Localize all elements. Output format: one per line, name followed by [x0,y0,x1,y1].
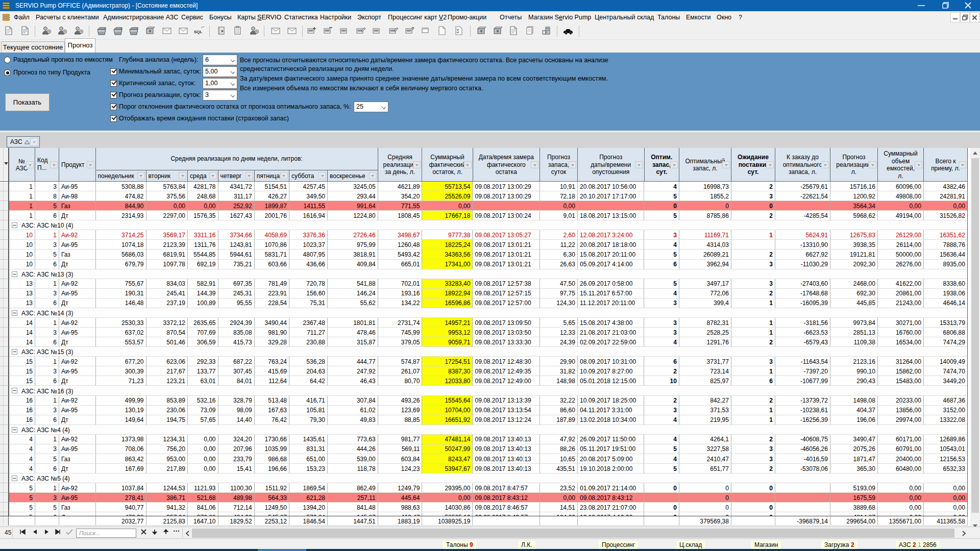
svg-text:?: ? [411,26,414,31]
svg-text:SQL: SQL [194,30,203,34]
